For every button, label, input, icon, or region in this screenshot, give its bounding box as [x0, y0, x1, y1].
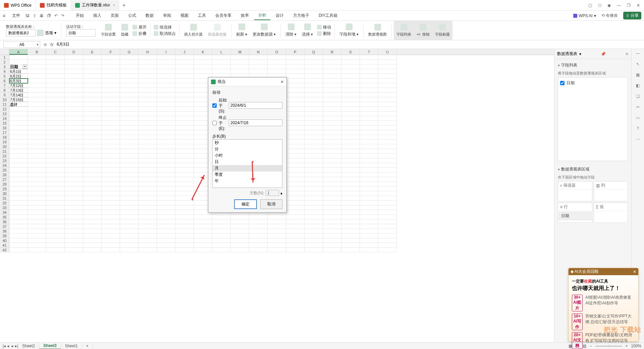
area-col[interactable]: ▥ 列 — [594, 181, 628, 201]
menu-data[interactable]: 数据 — [142, 11, 158, 20]
avatar-icon[interactable]: ◉ — [607, 3, 611, 8]
area-filter[interactable]: ▿ 筛选器 — [558, 181, 592, 201]
window-close[interactable]: ✕ — [637, 3, 640, 8]
sheet-tab-1[interactable]: Sheet2 — [18, 343, 39, 349]
end-input[interactable] — [229, 119, 282, 126]
field-title-button[interactable]: 字段标题 — [432, 21, 452, 40]
bookmark-icon[interactable]: ▭ — [636, 115, 640, 120]
menu-diy[interactable]: DIY工具箱 — [315, 11, 341, 20]
ok-button[interactable]: 确定 — [234, 199, 257, 209]
days-input[interactable] — [266, 190, 279, 196]
pivot-area-header[interactable]: 数据透视表区域 — [561, 166, 589, 172]
more-icon[interactable]: ⋯ — [636, 137, 640, 142]
field-list-header[interactable]: 字段列表 — [561, 62, 577, 68]
help-icon[interactable]: ? — [637, 126, 639, 131]
field-list-button[interactable]: 字段列表 — [394, 21, 414, 40]
area-val[interactable]: Σ 值 — [594, 203, 628, 223]
sheet-add[interactable]: + — [82, 343, 93, 349]
start-checkbox[interactable] — [212, 103, 217, 108]
field-list-box[interactable]: 日期 — [558, 77, 628, 161]
window-maximize[interactable]: ❐ — [627, 3, 631, 8]
sheet-nav-first[interactable]: |◂ — [3, 344, 6, 348]
collapse-icon[interactable]: — — [636, 51, 640, 56]
area-row-item-date[interactable]: 日期 — [559, 212, 591, 220]
tab-wps-office[interactable]: WPS Office — [0, 0, 36, 10]
grid-icon[interactable]: ▦ — [636, 72, 640, 77]
window-minimize[interactable]: — — [617, 3, 621, 8]
menu-design[interactable]: 设计 — [272, 11, 288, 20]
filter-conn-button[interactable]: 筛选器连接 — [205, 21, 229, 40]
delete-button[interactable]: 删除 — [316, 31, 332, 37]
menu-page[interactable]: 页面 — [107, 11, 123, 20]
window-cube-icon[interactable]: ⬡ — [598, 3, 601, 8]
pivot-chart-button[interactable]: 数据透视图 — [366, 21, 389, 40]
menu-view[interactable]: 视图 — [176, 11, 193, 20]
fx-icon[interactable]: fx — [50, 42, 53, 47]
tab-template[interactable]: 找稻壳模板 — [36, 0, 71, 10]
expand-button[interactable]: 展开 — [131, 24, 148, 30]
menu-tools[interactable]: 工具 — [194, 11, 210, 20]
panel-close-icon[interactable]: ✕ — [625, 52, 629, 56]
tool-icon[interactable]: ✂ — [636, 105, 640, 109]
menu-insert[interactable]: 插入 — [89, 11, 105, 20]
hide-button[interactable]: 隐藏 — [118, 21, 131, 40]
hamburger-icon[interactable]: ≡ — [3, 13, 5, 18]
pivot-dropdown-icon[interactable]: ▾ — [23, 65, 27, 69]
sheet-nav-next[interactable]: ▸ — [12, 344, 14, 348]
end-checkbox[interactable] — [212, 121, 217, 125]
menu-ffgz[interactable]: 方方格子 — [289, 11, 313, 20]
ungroup-button[interactable]: 取消组合 — [152, 31, 177, 37]
field-date[interactable]: 日期 — [560, 80, 626, 87]
tab-workbook[interactable]: 工作簿数量.xlsx• — [71, 0, 119, 10]
window-box-icon[interactable]: ▢ — [588, 3, 592, 8]
field-item-button[interactable]: 字段和项 ▾ — [337, 21, 361, 40]
pt-name-input[interactable] — [6, 29, 36, 37]
options-button[interactable]: 选项 — [45, 30, 53, 36]
redo-icon[interactable]: ↷ — [61, 13, 64, 18]
formula-value[interactable]: 6月3日 — [57, 42, 69, 47]
tab-add[interactable]: + — [119, 2, 129, 8]
export-icon[interactable]: ⇪ — [33, 13, 36, 18]
menu-efficiency[interactable]: 效率 — [237, 11, 253, 20]
sheet-nav-prev[interactable]: ◂ — [7, 344, 9, 348]
name-box[interactable]: A6 — [3, 41, 40, 48]
step-listbox[interactable]: 秒分小时日月季度年 — [212, 139, 282, 188]
sheet-tab-2[interactable]: Sheet3 — [39, 343, 61, 349]
start-input[interactable] — [229, 102, 282, 109]
file-menu[interactable]: 文件 — [8, 11, 24, 20]
cursor-icon[interactable]: ↖ — [636, 62, 640, 66]
sheet-tab-3[interactable]: Sheet1 — [61, 343, 82, 349]
pt-name-icon[interactable] — [37, 30, 44, 36]
print-icon[interactable]: 🖶 — [40, 13, 44, 18]
select-button[interactable]: 选择 ▾ — [299, 21, 316, 40]
move-button[interactable]: 移动 — [316, 24, 332, 30]
has-change-label[interactable]: ⟲ 有修改 — [601, 13, 618, 18]
menu-start[interactable]: 开始 — [72, 11, 88, 20]
zoom-icon[interactable]: ⊕ — [44, 42, 47, 47]
field-set-button[interactable]: 字段设置 — [98, 21, 118, 40]
wps-ai-button[interactable]: WPS AI ▾ — [573, 13, 596, 18]
dialog-close[interactable]: ✕ — [280, 80, 284, 84]
plusminus-button[interactable]: +/- 按钮 — [414, 21, 432, 40]
group-select-button[interactable]: 组选择 — [152, 24, 177, 30]
menu-analyze[interactable]: 分析 — [254, 11, 270, 20]
pin-icon[interactable]: 📌 — [601, 52, 606, 56]
active-field-input[interactable] — [66, 29, 96, 37]
sheet-nav-last[interactable]: ▸| — [15, 344, 18, 348]
template-icon2[interactable]: ❏ — [636, 94, 640, 99]
menu-formula[interactable]: 公式 — [124, 11, 140, 20]
cancel-button[interactable]: 取消 — [260, 199, 282, 209]
spin-up[interactable]: ▴ — [280, 191, 282, 195]
area-row[interactable]: ≡ 行日期 — [558, 203, 592, 223]
menu-review[interactable]: 审阅 — [159, 11, 175, 20]
clear-button[interactable]: 清除 ▾ — [283, 21, 299, 40]
refresh-button[interactable]: 刷新 ▾ — [233, 21, 250, 40]
insert-slicer-button[interactable]: 插入切片器 — [181, 21, 205, 40]
collapse-button[interactable]: 折叠 — [131, 31, 148, 37]
print-preview-icon[interactable]: 🗇 — [47, 13, 51, 18]
undo-icon[interactable]: ↶ — [54, 13, 58, 18]
save-icon[interactable]: 🖫 — [25, 13, 30, 18]
change-src-button[interactable]: 更改数据源 ▾ — [250, 21, 278, 40]
promo-close-icon[interactable]: ✕ — [633, 269, 636, 274]
menu-member[interactable]: 会员专享 — [211, 11, 235, 20]
